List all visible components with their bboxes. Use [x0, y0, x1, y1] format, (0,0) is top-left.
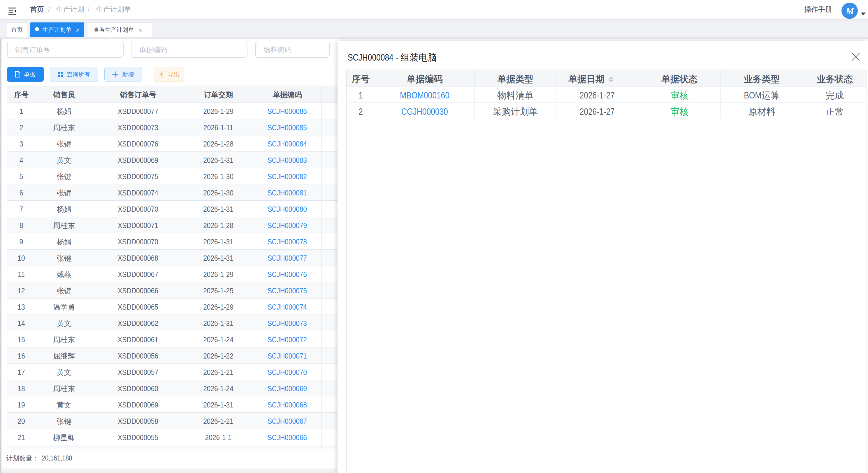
svg-text:M: M	[845, 6, 854, 16]
